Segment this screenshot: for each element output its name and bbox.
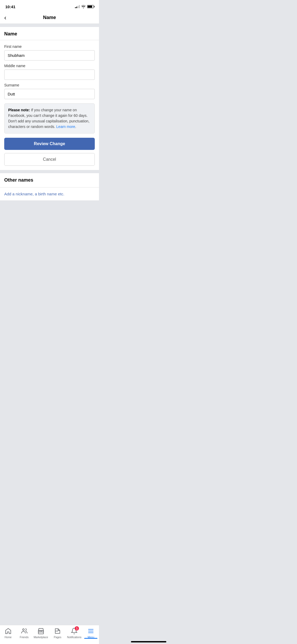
add-other-name-link[interactable]: Add a nickname, a birth name etc.	[0, 187, 99, 200]
other-names-card: Other names Add a nickname, a birth name…	[0, 173, 99, 200]
status-time: 10:41	[5, 4, 15, 9]
page-header: ‹ Name	[0, 12, 99, 24]
note-period: .	[75, 125, 76, 129]
first-name-input[interactable]	[4, 50, 95, 61]
middle-name-group: Middle name	[4, 64, 95, 80]
learn-more-link[interactable]: Learn more	[56, 125, 75, 129]
back-button[interactable]: ‹	[4, 14, 6, 21]
first-name-group: First name	[4, 44, 95, 61]
name-card-title: Name	[4, 31, 17, 36]
cancel-button[interactable]: Cancel	[4, 153, 95, 166]
name-change-note: Please note: If you change your name on …	[4, 103, 95, 134]
battery-icon	[87, 5, 94, 8]
note-bold-text: Please note:	[8, 108, 30, 112]
status-icons	[75, 5, 94, 8]
wifi-icon	[81, 5, 86, 8]
signal-icon	[75, 5, 80, 8]
middle-name-label: Middle name	[4, 64, 95, 68]
surname-group: Surname	[4, 83, 95, 99]
surname-input[interactable]	[4, 89, 95, 99]
other-names-header: Other names	[0, 173, 99, 187]
surname-label: Surname	[4, 83, 95, 87]
page-title: Name	[43, 15, 56, 20]
middle-name-input[interactable]	[4, 70, 95, 80]
name-card: Name First name Middle name Surname Plea…	[0, 27, 99, 170]
status-bar: 10:41	[0, 0, 99, 12]
first-name-label: First name	[4, 44, 95, 49]
other-names-title: Other names	[4, 177, 33, 183]
main-content: Name First name Middle name Surname Plea…	[0, 24, 99, 225]
name-card-body: First name Middle name Surname Please no…	[0, 40, 99, 170]
name-card-header: Name	[0, 27, 99, 40]
review-change-button[interactable]: Review Change	[4, 138, 95, 150]
